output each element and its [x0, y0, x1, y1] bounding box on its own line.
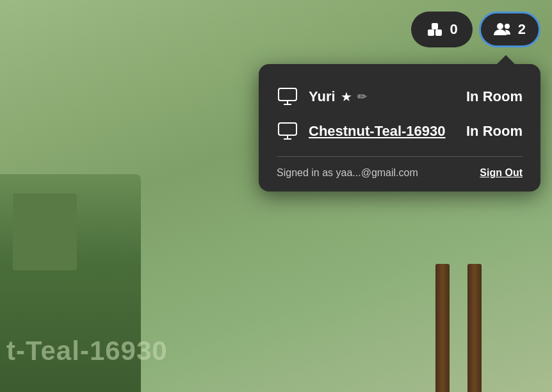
svg-rect-1 [435, 29, 442, 36]
footer-row: Signed in as yaa...@gmail.com Sign Out [277, 165, 523, 179]
svg-rect-5 [279, 88, 296, 101]
users-count: 2 [518, 21, 526, 38]
monitor-icon-yuri [277, 86, 298, 108]
divider [277, 156, 523, 157]
svg-rect-8 [279, 123, 296, 135]
top-bar: 0 2 [411, 12, 541, 47]
post-left [435, 264, 450, 392]
chestnut-status: In Room [466, 123, 523, 140]
monitor-icon-chestnut [277, 120, 298, 142]
svg-rect-0 [428, 29, 434, 36]
user-row-yuri: Yuri ★ ✏ In Room [277, 79, 523, 114]
star-icon: ★ [341, 89, 352, 104]
svg-point-4 [505, 24, 510, 29]
users-dropdown: Yuri ★ ✏ In Room Chestnut-Teal-16930 In … [259, 64, 540, 192]
svg-point-3 [497, 23, 503, 29]
yuri-name: Yuri [309, 88, 336, 105]
chestnut-name[interactable]: Chestnut-Teal-16930 [309, 123, 446, 140]
yuri-info: Yuri ★ ✏ [309, 88, 456, 105]
signed-in-text: Signed in as yaa...@gmail.com [277, 167, 418, 179]
sign-out-button[interactable]: Sign Out [480, 167, 523, 179]
users-button[interactable]: 2 [479, 12, 540, 47]
yuri-status: In Room [466, 88, 523, 105]
sign-text: t-Teal-16930 [6, 336, 168, 366]
blocks-icon [426, 20, 445, 39]
edit-icon[interactable]: ✏ [357, 90, 367, 104]
svg-rect-2 [432, 23, 438, 29]
user-row-chestnut: Chestnut-Teal-16930 In Room [277, 114, 523, 149]
users-icon [494, 20, 513, 39]
blocks-count: 0 [450, 21, 458, 38]
chestnut-info: Chestnut-Teal-16930 [309, 123, 456, 140]
blocks-button[interactable]: 0 [411, 12, 473, 47]
post-right [467, 264, 482, 392]
